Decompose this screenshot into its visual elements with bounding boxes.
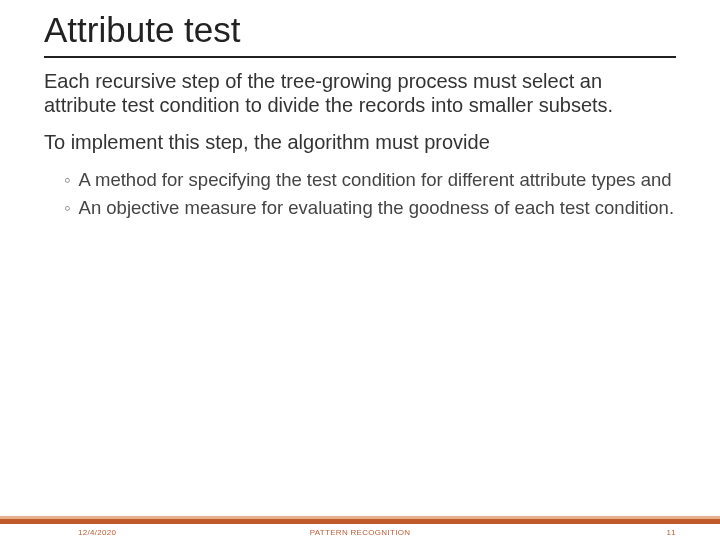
footer-row: 12/4/2020 11 PATTERN RECOGNITION (0, 525, 720, 539)
bullet-list: ◦ A method for specifying the test condi… (44, 169, 676, 220)
bullet-item: ◦ A method for specifying the test condi… (64, 169, 676, 192)
slide-footer: 12/4/2020 11 PATTERN RECOGNITION (0, 512, 720, 540)
footer-accent-bar (0, 516, 720, 524)
footer-center-label: PATTERN RECOGNITION (0, 528, 720, 537)
bullet-mark-icon: ◦ (64, 197, 79, 220)
bullet-text: A method for specifying the test conditi… (79, 169, 676, 192)
slide-body: Each recursive step of the tree-growing … (0, 58, 720, 220)
paragraph-1: Each recursive step of the tree-growing … (44, 70, 676, 117)
slide-title: Attribute test (0, 0, 720, 52)
bullet-item: ◦ An objective measure for evaluating th… (64, 197, 676, 220)
slide: Attribute test Each recursive step of th… (0, 0, 720, 540)
bullet-mark-icon: ◦ (64, 169, 79, 192)
bullet-text: An objective measure for evaluating the … (79, 197, 676, 220)
paragraph-2: To implement this step, the algorithm mu… (44, 131, 676, 155)
